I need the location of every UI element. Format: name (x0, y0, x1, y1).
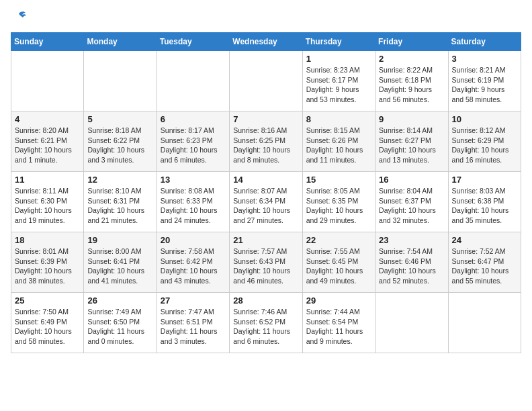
day-info: Sunrise: 8:07 AM Sunset: 6:34 PM Dayligh… (233, 186, 298, 226)
day-info: Sunrise: 8:14 AM Sunset: 6:27 PM Dayligh… (379, 126, 444, 165)
day-number: 26 (87, 295, 152, 306)
day-info: Sunrise: 8:18 AM Sunset: 6:22 PM Dayligh… (87, 126, 152, 165)
day-info: Sunrise: 8:20 AM Sunset: 6:21 PM Dayligh… (15, 126, 80, 165)
day-info: Sunrise: 7:50 AM Sunset: 6:49 PM Dayligh… (15, 307, 80, 347)
day-info: Sunrise: 8:00 AM Sunset: 6:41 PM Dayligh… (87, 246, 152, 286)
day-info: Sunrise: 7:55 AM Sunset: 6:45 PM Dayligh… (306, 246, 371, 286)
calendar-cell: 26Sunrise: 7:49 AM Sunset: 6:50 PM Dayli… (84, 293, 157, 353)
calendar-cell: 17Sunrise: 8:03 AM Sunset: 6:38 PM Dayli… (448, 172, 521, 232)
day-number: 10 (452, 114, 517, 124)
calendar-cell: 16Sunrise: 8:04 AM Sunset: 6:37 PM Dayli… (375, 172, 448, 232)
logo (11, 11, 27, 24)
day-number: 22 (306, 235, 371, 245)
weekday-header-thursday: Thursday (302, 33, 375, 51)
day-info: Sunrise: 7:57 AM Sunset: 6:43 PM Dayligh… (233, 246, 298, 286)
day-number: 7 (233, 114, 298, 124)
calendar-cell: 14Sunrise: 8:07 AM Sunset: 6:34 PM Dayli… (230, 172, 302, 232)
calendar-cell: 25Sunrise: 7:50 AM Sunset: 6:49 PM Dayli… (11, 293, 84, 353)
day-number: 24 (452, 235, 517, 245)
day-number: 6 (161, 114, 226, 124)
day-number: 20 (161, 235, 226, 245)
day-info: Sunrise: 8:03 AM Sunset: 6:38 PM Dayligh… (452, 186, 517, 226)
day-info: Sunrise: 8:23 AM Sunset: 6:17 PM Dayligh… (306, 65, 371, 105)
calendar-cell: 6Sunrise: 8:17 AM Sunset: 6:23 PM Daylig… (157, 111, 229, 172)
day-number: 8 (306, 114, 371, 124)
day-info: Sunrise: 8:11 AM Sunset: 6:30 PM Dayligh… (15, 186, 80, 226)
day-info: Sunrise: 8:15 AM Sunset: 6:26 PM Dayligh… (306, 126, 371, 165)
day-number: 5 (87, 114, 152, 124)
day-number: 18 (15, 235, 80, 245)
day-number: 9 (379, 114, 444, 124)
calendar-table: SundayMondayTuesdayWednesdayThursdayFrid… (11, 32, 521, 353)
day-info: Sunrise: 8:10 AM Sunset: 6:31 PM Dayligh… (87, 186, 152, 226)
calendar-cell: 20Sunrise: 7:58 AM Sunset: 6:42 PM Dayli… (157, 232, 229, 293)
calendar-cell: 5Sunrise: 8:18 AM Sunset: 6:22 PM Daylig… (84, 111, 157, 172)
calendar-cell (448, 293, 521, 353)
day-info: Sunrise: 7:47 AM Sunset: 6:51 PM Dayligh… (161, 307, 226, 347)
day-info: Sunrise: 8:08 AM Sunset: 6:33 PM Dayligh… (161, 186, 226, 226)
day-number: 14 (233, 175, 298, 185)
weekday-header-tuesday: Tuesday (157, 33, 229, 51)
day-number: 12 (87, 175, 152, 185)
day-info: Sunrise: 8:21 AM Sunset: 6:19 PM Dayligh… (452, 65, 517, 105)
day-info: Sunrise: 7:58 AM Sunset: 6:42 PM Dayligh… (161, 246, 226, 286)
calendar-cell: 10Sunrise: 8:12 AM Sunset: 6:29 PM Dayli… (448, 111, 521, 172)
day-number: 21 (233, 235, 298, 245)
weekday-header-wednesday: Wednesday (230, 33, 302, 51)
calendar-cell (230, 51, 302, 111)
calendar-cell: 27Sunrise: 7:47 AM Sunset: 6:51 PM Dayli… (157, 293, 229, 353)
calendar-cell: 22Sunrise: 7:55 AM Sunset: 6:45 PM Dayli… (302, 232, 375, 293)
calendar-cell: 7Sunrise: 8:16 AM Sunset: 6:25 PM Daylig… (230, 111, 302, 172)
day-number: 27 (161, 295, 226, 306)
calendar-cell: 29Sunrise: 7:44 AM Sunset: 6:54 PM Dayli… (302, 293, 375, 353)
day-number: 16 (379, 175, 444, 185)
calendar-cell: 4Sunrise: 8:20 AM Sunset: 6:21 PM Daylig… (11, 111, 84, 172)
day-number: 28 (233, 295, 298, 306)
calendar-cell (375, 293, 448, 353)
calendar-cell: 24Sunrise: 7:52 AM Sunset: 6:47 PM Dayli… (448, 232, 521, 293)
day-info: Sunrise: 7:52 AM Sunset: 6:47 PM Dayligh… (452, 246, 517, 286)
day-number: 3 (452, 54, 517, 64)
day-number: 4 (15, 114, 80, 124)
calendar-cell: 18Sunrise: 8:01 AM Sunset: 6:39 PM Dayli… (11, 232, 84, 293)
day-info: Sunrise: 7:46 AM Sunset: 6:52 PM Dayligh… (233, 307, 298, 347)
day-info: Sunrise: 8:05 AM Sunset: 6:35 PM Dayligh… (306, 186, 371, 226)
day-info: Sunrise: 8:22 AM Sunset: 6:18 PM Dayligh… (379, 65, 444, 105)
calendar-cell (157, 51, 229, 111)
logo-bird-icon (12, 11, 27, 24)
calendar-cell: 8Sunrise: 8:15 AM Sunset: 6:26 PM Daylig… (302, 111, 375, 172)
day-number: 17 (452, 175, 517, 185)
day-info: Sunrise: 8:04 AM Sunset: 6:37 PM Dayligh… (379, 186, 444, 226)
day-info: Sunrise: 8:16 AM Sunset: 6:25 PM Dayligh… (233, 126, 298, 165)
day-info: Sunrise: 8:17 AM Sunset: 6:23 PM Dayligh… (161, 126, 226, 165)
day-number: 25 (15, 295, 80, 306)
calendar-cell: 28Sunrise: 7:46 AM Sunset: 6:52 PM Dayli… (230, 293, 302, 353)
day-info: Sunrise: 8:01 AM Sunset: 6:39 PM Dayligh… (15, 246, 80, 286)
header (11, 11, 521, 24)
calendar-cell: 9Sunrise: 8:14 AM Sunset: 6:27 PM Daylig… (375, 111, 448, 172)
calendar-cell: 23Sunrise: 7:54 AM Sunset: 6:46 PM Dayli… (375, 232, 448, 293)
calendar-cell: 1Sunrise: 8:23 AM Sunset: 6:17 PM Daylig… (302, 51, 375, 111)
day-info: Sunrise: 7:49 AM Sunset: 6:50 PM Dayligh… (87, 307, 152, 347)
calendar-cell: 2Sunrise: 8:22 AM Sunset: 6:18 PM Daylig… (375, 51, 448, 111)
day-number: 13 (161, 175, 226, 185)
calendar-cell: 12Sunrise: 8:10 AM Sunset: 6:31 PM Dayli… (84, 172, 157, 232)
day-info: Sunrise: 7:54 AM Sunset: 6:46 PM Dayligh… (379, 246, 444, 286)
weekday-header-friday: Friday (375, 33, 448, 51)
calendar-cell: 19Sunrise: 8:00 AM Sunset: 6:41 PM Dayli… (84, 232, 157, 293)
calendar-cell: 3Sunrise: 8:21 AM Sunset: 6:19 PM Daylig… (448, 51, 521, 111)
day-number: 19 (87, 235, 152, 245)
day-number: 29 (306, 295, 371, 306)
day-number: 2 (379, 54, 444, 64)
calendar-cell: 11Sunrise: 8:11 AM Sunset: 6:30 PM Dayli… (11, 172, 84, 232)
day-info: Sunrise: 7:44 AM Sunset: 6:54 PM Dayligh… (306, 307, 371, 347)
calendar-cell (84, 51, 157, 111)
day-number: 1 (306, 54, 371, 64)
weekday-header-sunday: Sunday (11, 33, 84, 51)
calendar-cell: 15Sunrise: 8:05 AM Sunset: 6:35 PM Dayli… (302, 172, 375, 232)
day-info: Sunrise: 8:12 AM Sunset: 6:29 PM Dayligh… (452, 126, 517, 165)
weekday-header-monday: Monday (84, 33, 157, 51)
calendar-cell (11, 51, 84, 111)
day-number: 11 (15, 175, 80, 185)
weekday-header-saturday: Saturday (448, 33, 521, 51)
